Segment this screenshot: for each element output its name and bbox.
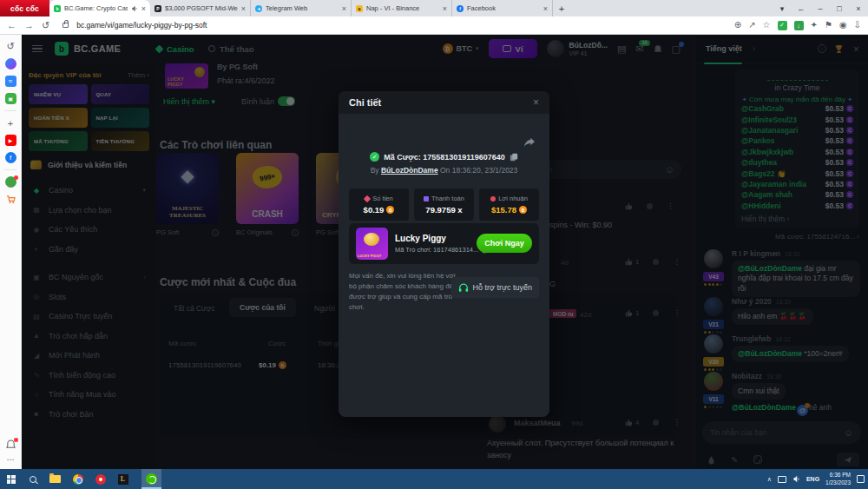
tab-close-icon[interactable]: × bbox=[141, 4, 146, 13]
bookmark-star-icon[interactable]: ☆ bbox=[763, 21, 771, 30]
share-icon[interactable]: ↗ bbox=[748, 21, 755, 30]
tab-search-icon[interactable]: ▾ bbox=[773, 4, 792, 13]
tab-binance[interactable]: ◆ Nap - VI - Binance × bbox=[352, 0, 452, 17]
game-thumbnail[interactable]: LUCKY PIGGY bbox=[356, 228, 388, 260]
coccoc-logo[interactable]: cốc cốc bbox=[0, 0, 49, 17]
youtube-icon[interactable]: ▶ bbox=[5, 135, 16, 146]
volume-icon[interactable] bbox=[792, 475, 800, 483]
adblock-extension-icon[interactable]: ✓ bbox=[778, 21, 787, 30]
facebook-favicon: f bbox=[457, 5, 464, 12]
bcgame-favicon: b bbox=[54, 5, 61, 12]
tab-bcgame[interactable]: b BC.Game: Crypto Casino × bbox=[49, 0, 150, 17]
address-bar: ← → ↺ bc.game/vi/game/lucky-piggy-by-pg-… bbox=[0, 17, 868, 35]
recent-tab-icon[interactable]: ← bbox=[792, 4, 811, 13]
feed-icon[interactable]: ≈ bbox=[5, 76, 16, 87]
stat-profit: Lợi nhuận $15.78B bbox=[479, 188, 539, 221]
coccoc-taskbar-icon[interactable] bbox=[144, 472, 159, 486]
tab-close-icon[interactable]: × bbox=[241, 4, 246, 13]
pgsoft-favicon: P bbox=[155, 5, 161, 12]
new-tab-button[interactable]: + bbox=[553, 0, 570, 17]
chrome-icon[interactable] bbox=[70, 472, 85, 486]
sprout-extension-icon[interactable] bbox=[5, 176, 16, 188]
tab-close-icon[interactable]: × bbox=[543, 4, 548, 13]
tab-telegram[interactable]: ◄ Telegram Web × bbox=[251, 0, 352, 17]
save-page-icon[interactable]: ⊕ bbox=[734, 21, 741, 30]
red-app-icon[interactable] bbox=[93, 472, 108, 486]
coin-icon: B bbox=[519, 206, 527, 214]
bet-details-modal: Chi tiết × ✓ Mã Cược: 175581301911960764… bbox=[339, 91, 549, 417]
add-shortcut-icon[interactable]: + bbox=[5, 117, 16, 129]
divider bbox=[4, 110, 16, 111]
bet-id-row: ✓ Mã Cược: 1755813019119607640 bbox=[339, 152, 549, 162]
shopping-cart-icon[interactable] bbox=[5, 194, 16, 205]
modal-header: Chi tiết × bbox=[339, 91, 549, 114]
bettor-name[interactable]: BúLozDònDame bbox=[381, 166, 438, 175]
messenger-icon[interactable] bbox=[5, 58, 16, 69]
copy-icon[interactable] bbox=[510, 153, 518, 162]
divider bbox=[4, 169, 16, 170]
bet-by-row: By BúLozDònDame On 18:36:20, 23/1/2023 bbox=[339, 166, 549, 175]
network-icon[interactable] bbox=[778, 476, 786, 483]
browser-tab-strip: cốc cốc b BC.Game: Crypto Casino × P $3,… bbox=[0, 0, 868, 17]
forward-button[interactable]: → bbox=[24, 21, 34, 30]
history-icon[interactable]: ↺ bbox=[5, 41, 16, 52]
downloads-icon[interactable]: ⇩ bbox=[854, 21, 861, 30]
coin-icon: B bbox=[386, 206, 394, 214]
tab-close-icon[interactable]: × bbox=[443, 4, 447, 13]
extensions-icon[interactable]: ✦ bbox=[811, 21, 818, 30]
facebook-shortcut-icon[interactable]: f bbox=[5, 152, 16, 163]
flag-extension-icon[interactable]: ⚑ bbox=[825, 21, 832, 30]
more-options-icon[interactable]: ⋯ bbox=[7, 455, 15, 464]
notification-bell-icon[interactable] bbox=[5, 439, 16, 450]
page-viewport: b BC.GAME Casino Thể thao ₿ BTC ▾ Ví BúL… bbox=[22, 35, 868, 469]
share-icon[interactable] bbox=[523, 137, 536, 148]
url-text[interactable]: bc.game/vi/game/lucky-piggy-by-pg-soft bbox=[76, 21, 727, 30]
payout-icon bbox=[424, 196, 429, 202]
close-window-button[interactable]: × bbox=[849, 4, 868, 13]
profit-icon bbox=[490, 196, 496, 202]
system-tray: ∧ ENG 6:36 PM 1/23/2023 bbox=[767, 469, 865, 489]
telegram-favicon: ◄ bbox=[255, 5, 262, 12]
binance-favicon: ◆ bbox=[356, 5, 363, 12]
support-text: Mọi vấn đề, xin vui lòng liên hệ với bộ … bbox=[349, 271, 460, 313]
bet-stats: Số tiền $0.19B Thanh toán 79.9759 x Lợi … bbox=[349, 188, 539, 221]
reload-button[interactable]: ↺ bbox=[42, 21, 49, 30]
play-now-button[interactable]: Chơi Ngay bbox=[477, 234, 532, 253]
league-of-legends-icon[interactable]: L bbox=[115, 472, 130, 486]
check-circle-icon: ✓ bbox=[370, 152, 379, 162]
profile-icon[interactable]: ◉ bbox=[839, 21, 847, 30]
file-explorer-icon[interactable] bbox=[48, 472, 62, 486]
stat-payout: Thanh toán 79.9759 x bbox=[414, 188, 474, 221]
modal-game-card: LUCKY PIGGY Lucky Piggy Mã Trò chơi: 161… bbox=[349, 223, 539, 264]
windows-taskbar: L ∧ ENG 6:36 PM 1/23/2023 bbox=[0, 469, 868, 489]
tab-close-icon[interactable]: × bbox=[342, 4, 346, 13]
clock[interactable]: 6:36 PM 1/23/2023 bbox=[825, 472, 851, 487]
tab-facebook[interactable]: f Facebook × bbox=[452, 0, 553, 17]
tab-audio-icon[interactable] bbox=[131, 5, 138, 12]
tab-pgsoft[interactable]: P $3,000 PGSOFT Mid-Week M × bbox=[150, 0, 251, 17]
support-button[interactable]: Hỗ trợ trực tuyến bbox=[451, 277, 539, 298]
taskbar-search-icon[interactable] bbox=[25, 472, 40, 486]
language-indicator[interactable]: ENG bbox=[806, 476, 819, 482]
amount-icon bbox=[364, 195, 371, 202]
bet-id: Mã Cược: 1755813019119607640 bbox=[384, 153, 505, 162]
browser-side-rail: ↺ ≈ ▣ + ▶ f ⋯ bbox=[0, 35, 22, 469]
minimize-button[interactable]: – bbox=[811, 4, 830, 13]
back-button[interactable]: ← bbox=[7, 21, 16, 30]
games-controller-icon[interactable]: ▣ bbox=[5, 93, 16, 104]
hidden-icons-chevron[interactable]: ∧ bbox=[767, 476, 772, 483]
game-name: Lucky Piggy bbox=[395, 234, 490, 243]
close-modal-icon[interactable]: × bbox=[533, 96, 539, 109]
stat-amount: Số tiền $0.19B bbox=[349, 188, 409, 221]
headphones-icon bbox=[458, 283, 469, 293]
idm-extension-icon[interactable]: ↓ bbox=[794, 21, 804, 30]
start-button[interactable] bbox=[3, 472, 18, 486]
lock-icon[interactable] bbox=[62, 23, 69, 28]
maximize-button[interactable]: □ bbox=[830, 4, 849, 13]
game-code: Mã Trò chơi: 16174861314... bbox=[395, 246, 490, 254]
modal-title: Chi tiết bbox=[349, 97, 381, 108]
action-center-icon[interactable] bbox=[857, 475, 865, 483]
gold-pig-icon bbox=[364, 233, 379, 246]
